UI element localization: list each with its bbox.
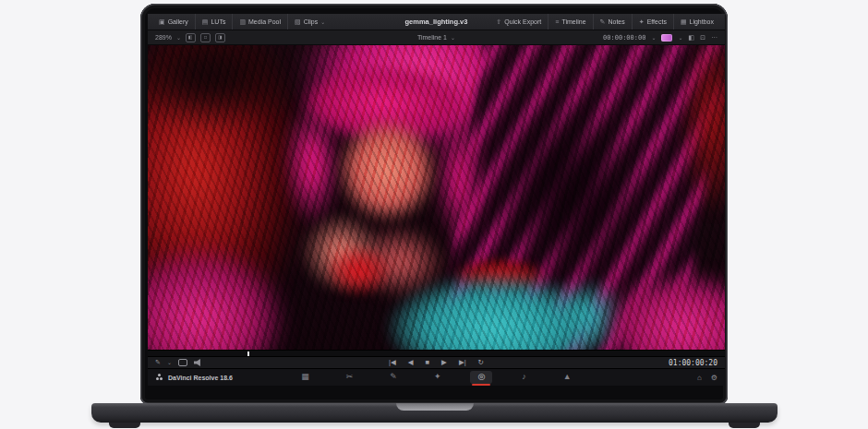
lightbox-button[interactable]: ▦ Lightbox <box>673 14 720 30</box>
page-deliver-button[interactable]: ▲ <box>556 371 579 384</box>
davinci-resolve-logo-icon <box>156 377 159 380</box>
clips-button[interactable]: ▧ Clips ⌄ <box>287 14 332 30</box>
chevron-down-icon: ⌄ <box>167 360 172 365</box>
davinci-resolve-window: ▣ Gallery ▤ LUTs ▥ Media Pool ▧ Clips ⌄ … <box>148 14 725 386</box>
chevron-down-icon: ⌄ <box>451 35 455 41</box>
page-media-button[interactable]: ▦ <box>294 371 317 384</box>
lightbox-label: Lightbox <box>690 18 714 25</box>
page-navigation-bar: DaVinci Resolve 18.6 ▦ ✂ ✎ ✦ ◎ ♪ ▲ ⌂ ⚙ <box>148 368 725 386</box>
macbook-base <box>91 403 778 423</box>
gallery-label: Gallery <box>168 18 188 25</box>
page-tabs: ▦ ✂ ✎ ✦ ◎ ♪ ▲ <box>148 371 725 384</box>
split-screen-icon[interactable]: ◧ <box>689 34 695 41</box>
timeline-timecode: 01:00:00:20 <box>669 359 717 367</box>
timeline-icon: ≡ <box>555 18 559 25</box>
stop-button[interactable]: ■ <box>426 359 430 366</box>
chevron-down-icon: ⌄ <box>176 35 181 41</box>
play-reverse-button[interactable]: ◀ <box>408 359 414 366</box>
media-pool-icon: ▥ <box>239 18 246 25</box>
notes-button[interactable]: ✎ Notes <box>593 14 632 30</box>
gallery-icon: ▣ <box>159 18 165 25</box>
annotate-tool-icon[interactable]: ✎ <box>155 359 161 366</box>
effects-button[interactable]: ✦ Effects <box>632 14 673 30</box>
gallery-button[interactable]: ▣ Gallery <box>152 14 195 30</box>
chevron-down-icon: ⌄ <box>678 35 682 41</box>
timeline-button[interactable]: ≡ Timeline <box>548 14 592 30</box>
quick-export-button[interactable]: ⇧ Quick Export <box>489 14 548 30</box>
zoom-level-value: 289% <box>155 34 172 41</box>
viewer-image[interactable] <box>148 45 725 350</box>
overflow-menu-icon[interactable]: ⋯ <box>711 34 717 41</box>
gear-icon[interactable]: ⚙ <box>711 374 717 382</box>
notes-icon: ✎ <box>600 18 606 25</box>
clips-label: Clips <box>304 18 319 25</box>
luts-button[interactable]: ▤ LUTs <box>195 14 233 30</box>
clips-icon: ▧ <box>295 18 301 25</box>
transport-controls: |◀ ◀ ■ ▶ ▶| ↻ <box>148 359 725 366</box>
notes-label: Notes <box>608 18 624 25</box>
skip-end-button[interactable]: ▶| <box>459 359 466 366</box>
macbook-foot-right <box>729 423 760 428</box>
effects-label: Effects <box>647 18 667 25</box>
media-pool-label: Media Pool <box>248 18 281 25</box>
chevron-down-icon: ⌄ <box>320 19 325 25</box>
app-version: DaVinci Resolve 18.6 <box>155 375 233 381</box>
timeline-label: Timeline <box>561 18 585 25</box>
right-tab-group: ⇧ Quick Export ≡ Timeline ✎ Notes ✦ Effe… <box>489 14 720 30</box>
viewer-toolbar-right: 00:00:00:00 ⌄ ⌄ ◧ ⊡ ⋯ <box>603 34 717 42</box>
timeline-selector-value: Timeline 1 <box>417 34 447 41</box>
page-bar-right: ⌂ ⚙ <box>697 374 717 382</box>
page-fairlight-button[interactable]: ♪ <box>514 371 534 384</box>
chevron-down-icon: ⌄ <box>651 35 656 41</box>
lightbox-icon: ▦ <box>681 18 687 25</box>
viewer-toolbar: 289% ⌄ ◧ □ ◨ Timeline 1 ⌄ 00:00:00:00 ⌄ … <box>148 30 725 45</box>
page-cut-button[interactable]: ✂ <box>339 371 361 384</box>
media-pool-button[interactable]: ▥ Media Pool <box>232 14 287 30</box>
transport-bar: ✎ ⌄ |◀ ◀ ■ ▶ ▶| ↻ 01:00:00:20 <box>148 356 725 368</box>
app-version-label: DaVinci Resolve 18.6 <box>168 375 233 381</box>
page-edit-button[interactable]: ✎ <box>382 371 404 384</box>
wipe-style-c-icon[interactable]: ◨ <box>215 33 225 42</box>
top-toolbar: ▣ Gallery ▤ LUTs ▥ Media Pool ▧ Clips ⌄ … <box>148 14 725 30</box>
viewer-tools-left: ✎ ⌄ <box>155 359 202 366</box>
quick-export-label: Quick Export <box>504 18 541 25</box>
page-fusion-button[interactable]: ✦ <box>427 371 449 384</box>
source-timecode: 00:00:00:00 <box>603 34 645 42</box>
photo-fur-texture-2 <box>148 45 725 350</box>
luts-icon: ▤ <box>202 18 209 25</box>
wipe-style-a-icon[interactable]: ◧ <box>186 33 196 42</box>
luts-label: LUTs <box>211 18 225 25</box>
effects-icon: ✦ <box>639 18 645 25</box>
play-button[interactable]: ▶ <box>441 359 447 366</box>
wipe-style-b-icon[interactable]: □ <box>200 33 211 42</box>
loop-button[interactable]: ↻ <box>478 359 484 366</box>
macbook-foot-left <box>109 423 140 428</box>
viewer-scrub-bar[interactable] <box>148 350 725 356</box>
skip-start-button[interactable]: |◀ <box>389 359 396 366</box>
lid-notch <box>396 403 474 411</box>
left-tab-group: ▣ Gallery ▤ LUTs ▥ Media Pool ▧ Clips ⌄ <box>152 14 332 30</box>
compare-icon[interactable] <box>178 359 187 366</box>
quick-export-icon: ⇧ <box>496 18 501 25</box>
page-color-button[interactable]: ◎ <box>470 371 492 384</box>
zoom-control[interactable]: 289% ⌄ ◧ □ ◨ <box>155 33 225 42</box>
desktop-background: ▣ Gallery ▤ LUTs ▥ Media Pool ▧ Clips ⌄ … <box>0 0 868 429</box>
enhanced-viewer-icon[interactable]: ⊡ <box>700 34 705 41</box>
audio-mute-icon[interactable] <box>194 359 202 366</box>
home-icon[interactable]: ⌂ <box>697 374 702 382</box>
image-wipe-icon[interactable] <box>661 34 672 42</box>
